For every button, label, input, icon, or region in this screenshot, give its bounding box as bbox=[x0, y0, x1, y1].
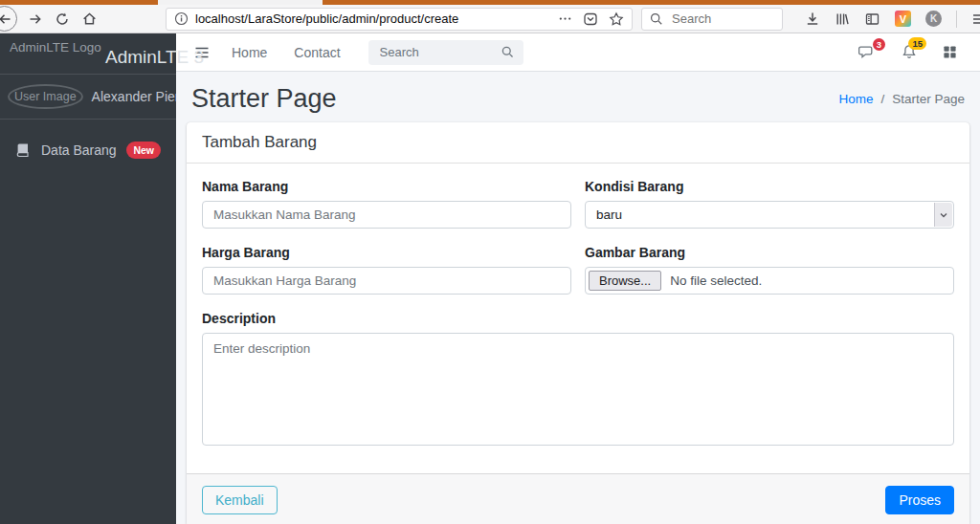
kondisi-barang-select[interactable]: baru bbox=[585, 201, 954, 229]
file-status-text: No file selected. bbox=[670, 273, 762, 288]
breadcrumb: Home / Starter Page bbox=[838, 92, 965, 106]
nama-barang-label: Nama Barang bbox=[202, 179, 571, 194]
home-icon bbox=[81, 11, 98, 27]
content-wrapper: Home Contact 3 15 Starter Page bbox=[176, 33, 980, 524]
form-card: Tambah Barang Nama Barang Kondisi Barang… bbox=[187, 122, 969, 524]
kembali-button[interactable]: Kembali bbox=[202, 486, 278, 514]
navbar-link-home[interactable]: Home bbox=[232, 45, 267, 60]
menu-hamburger-icon[interactable] bbox=[971, 11, 980, 27]
select-dropdown-button[interactable] bbox=[934, 203, 952, 227]
gambar-barang-label: Gambar Barang bbox=[585, 245, 954, 260]
brand-title: AdminLTE 3 bbox=[105, 47, 204, 68]
field-description: Description bbox=[202, 311, 954, 448]
user-panel: User Image Alexander Pierce bbox=[0, 75, 176, 120]
navbar-search-box[interactable] bbox=[368, 40, 523, 65]
active-tab-indicator[interactable] bbox=[158, 0, 323, 5]
sidebar-item-label: Data Barang bbox=[41, 142, 126, 158]
kondisi-selected-value: baru bbox=[586, 202, 953, 228]
sidebar: AdminLTE Logo AdminLTE 3 User Image Alex… bbox=[0, 33, 176, 524]
messages-menu[interactable]: 3 bbox=[858, 45, 876, 60]
navbar-link-contact[interactable]: Contact bbox=[294, 45, 340, 60]
navbar-search-input[interactable] bbox=[378, 44, 501, 60]
breadcrumb-home-link[interactable]: Home bbox=[838, 92, 873, 106]
profile-k-letter: K bbox=[930, 13, 937, 24]
field-harga-barang: Harga Barang bbox=[202, 245, 571, 295]
field-kondisi-barang: Kondisi Barang baru bbox=[585, 179, 954, 229]
browser-reload-button[interactable] bbox=[55, 11, 70, 27]
breadcrumb-current: Starter Page bbox=[892, 92, 965, 106]
description-label: Description bbox=[202, 311, 954, 326]
page-actions-icon[interactable] bbox=[558, 11, 572, 26]
library-icon[interactable] bbox=[835, 11, 850, 27]
sidebar-item-data-barang[interactable]: Data Barang New bbox=[8, 133, 168, 167]
brand-logo-alt-text: AdminLTE Logo bbox=[10, 40, 101, 55]
card-footer: Kembali Proses bbox=[187, 473, 969, 524]
toolbar-separator bbox=[956, 11, 957, 28]
browser-toolbar: localhost/LaraStore/public/admin/product… bbox=[0, 5, 980, 33]
browser-back-button[interactable] bbox=[0, 6, 17, 32]
gambar-file-input[interactable]: Browse... No file selected. bbox=[585, 267, 954, 295]
downloads-icon[interactable] bbox=[805, 11, 820, 27]
kondisi-barang-label: Kondisi Barang bbox=[585, 179, 954, 194]
sidebars-icon[interactable] bbox=[864, 11, 880, 27]
book-icon bbox=[15, 142, 31, 158]
notifications-menu[interactable]: 15 bbox=[902, 44, 917, 60]
extension-v-letter: V bbox=[900, 13, 906, 25]
chevron-down-icon bbox=[939, 210, 948, 220]
navbar-search-icon[interactable] bbox=[501, 46, 514, 58]
brand-link[interactable]: AdminLTE Logo AdminLTE 3 bbox=[0, 33, 176, 75]
profile-k-icon[interactable]: K bbox=[925, 11, 942, 27]
card-title: Tambah Barang bbox=[187, 122, 969, 164]
browser-home-button[interactable] bbox=[81, 11, 98, 27]
url-text[interactable]: localhost/LaraStore/public/admin/product… bbox=[195, 11, 558, 26]
browser-search-box[interactable] bbox=[641, 8, 783, 31]
browser-search-input[interactable] bbox=[670, 11, 766, 27]
browser-tab-strip bbox=[0, 0, 980, 5]
harga-barang-input[interactable] bbox=[202, 267, 571, 295]
page-title: Starter Page bbox=[191, 84, 337, 114]
extension-v-icon[interactable]: V bbox=[895, 11, 911, 27]
proses-button[interactable]: Proses bbox=[885, 486, 954, 514]
browse-button[interactable]: Browse... bbox=[589, 271, 661, 291]
notifications-count-badge: 15 bbox=[908, 37, 926, 50]
messages-count-badge: 3 bbox=[873, 38, 885, 51]
description-textarea[interactable] bbox=[202, 333, 954, 446]
url-bar[interactable]: localhost/LaraStore/public/admin/product… bbox=[166, 8, 633, 31]
nama-barang-input[interactable] bbox=[202, 201, 571, 229]
user-avatar-alt-text: User Image bbox=[8, 84, 83, 109]
browser-forward-button[interactable] bbox=[28, 11, 43, 27]
site-info-icon[interactable] bbox=[174, 11, 189, 26]
harga-barang-label: Harga Barang bbox=[202, 245, 571, 260]
search-icon bbox=[650, 12, 663, 26]
pocket-icon[interactable] bbox=[583, 11, 598, 27]
back-arrow-icon bbox=[0, 11, 12, 27]
new-badge: New bbox=[126, 142, 161, 159]
field-nama-barang: Nama Barang bbox=[202, 179, 571, 229]
reload-icon bbox=[55, 11, 70, 27]
forward-arrow-icon bbox=[28, 11, 43, 27]
bookmark-star-icon[interactable] bbox=[609, 11, 624, 27]
top-navbar: Home Contact 3 15 bbox=[176, 33, 980, 72]
grid-control-icon[interactable] bbox=[943, 45, 957, 59]
field-gambar-barang: Gambar Barang Browse... No file selected… bbox=[585, 245, 954, 295]
breadcrumb-separator: / bbox=[880, 92, 884, 106]
